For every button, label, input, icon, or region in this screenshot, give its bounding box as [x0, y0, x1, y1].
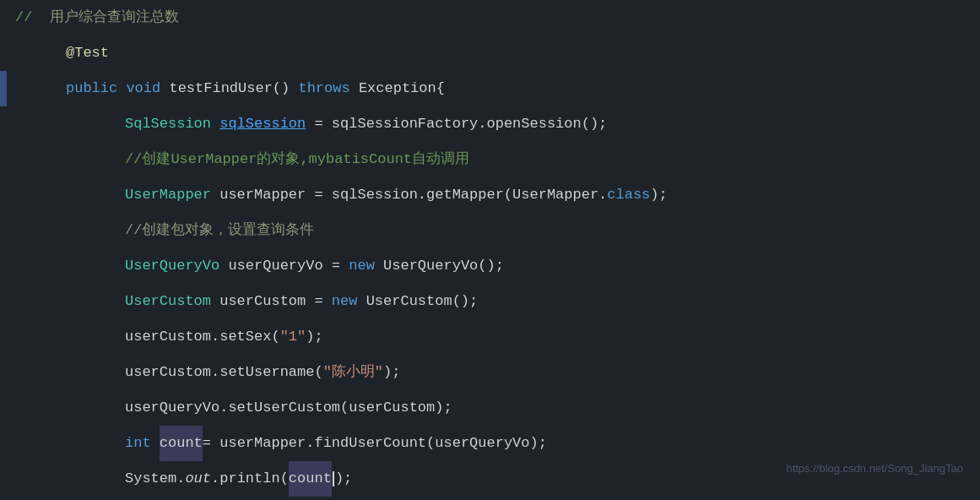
keyword-new2: new — [332, 284, 366, 319]
link-sqlsession[interactable]: sqlSession — [219, 106, 306, 142]
type-userqueryvo: UserQueryVo — [125, 248, 228, 284]
keyword-throws: throws — [298, 71, 358, 106]
type-usercustom: UserCustom — [125, 284, 219, 319]
string-name: "陈小明" — [323, 355, 383, 390]
code-setuserquery: userQueryVo.setUserCustom(userCustom); — [125, 390, 452, 426]
code-usercustom: userCustom = — [219, 284, 332, 319]
comment-create-wrapper: //创建包对象，设置查询条件 — [125, 213, 314, 248]
string-1: "1" — [280, 319, 306, 355]
code-line-15: } — [0, 497, 980, 500]
exception-type: Exception{ — [359, 71, 445, 106]
method-name: testFindUser() — [169, 71, 298, 106]
keyword-class: class — [607, 177, 650, 213]
code-new-userqueryvo: UserQueryVo(); — [383, 248, 504, 284]
code-line-9: UserCustom userCustom = new UserCustom()… — [0, 284, 980, 319]
code-line-7: //创建包对象，设置查询条件 — [0, 213, 980, 248]
var-count-2: count — [289, 461, 332, 497]
code-line-3: public void testFindUser() throws Except… — [0, 71, 980, 106]
code-line-2: @Test — [0, 35, 980, 71]
code-line-4: SqlSession sqlSession = sqlSessionFactor… — [0, 106, 980, 142]
watermark: https://blog.csdn.net/Song_JiangTao — [786, 451, 963, 486]
keyword-int: int — [125, 426, 160, 461]
code-line-11: userCustom.setUsername("陈小明"); — [0, 355, 980, 390]
code-line-10: userCustom.setSex("1"); — [0, 319, 980, 355]
code-setusername: userCustom.setUsername( — [125, 355, 323, 390]
code-println-end: ); — [335, 461, 352, 497]
code-plain: = sqlSessionFactory.openSession(); — [306, 106, 607, 142]
code-line-12: userQueryVo.setUserCustom(userCustom); — [0, 390, 980, 426]
code-println: .println( — [211, 461, 289, 497]
code-out: out — [185, 461, 211, 497]
code-setusername-end: ); — [383, 355, 400, 390]
text-cursor — [333, 471, 334, 486]
code-editor: // 用户综合查询注总数 @Test public void testFindU… — [0, 0, 980, 500]
code-semicolon: ); — [650, 177, 667, 213]
code-line-1: // 用户综合查询注总数 — [0, 0, 980, 35]
code-line-6: UserMapper userMapper = sqlSession.getMa… — [0, 177, 980, 213]
code-new-usercustom: UserCustom(); — [366, 284, 479, 319]
code-setsex-end: ); — [306, 319, 322, 355]
keyword-new1: new — [349, 248, 383, 284]
code-findcount: = userMapper.findUserCount(userQueryVo); — [203, 426, 547, 461]
code-setsex: userCustom.setSex( — [125, 319, 280, 355]
comment-usermapper: //创建UserMapper的对象,mybatisCount自动调用 — [125, 142, 469, 177]
annotation: @Test — [66, 35, 109, 71]
code-usermapper: userMapper = sqlSession.getMapper(UserMa… — [219, 177, 607, 213]
close-brace-1: } — [66, 497, 74, 500]
comment-chinese: 用户综合查询注总数 — [50, 0, 179, 35]
comment-text: // — [15, 0, 50, 35]
keyword-public: public — [66, 71, 126, 106]
code-line-8: UserQueryVo userQueryVo = new UserQueryV… — [0, 248, 980, 284]
var-count: count — [160, 426, 203, 461]
code-userqueryvo: userQueryVo = — [228, 248, 349, 284]
code-line-5: //创建UserMapper的对象,mybatisCount自动调用 — [0, 142, 980, 177]
code-system: System. — [125, 461, 185, 497]
type-sqlsession: SqlSession — [125, 106, 219, 142]
type-usermapper: UserMapper — [125, 177, 219, 213]
keyword-void: void — [126, 71, 169, 106]
